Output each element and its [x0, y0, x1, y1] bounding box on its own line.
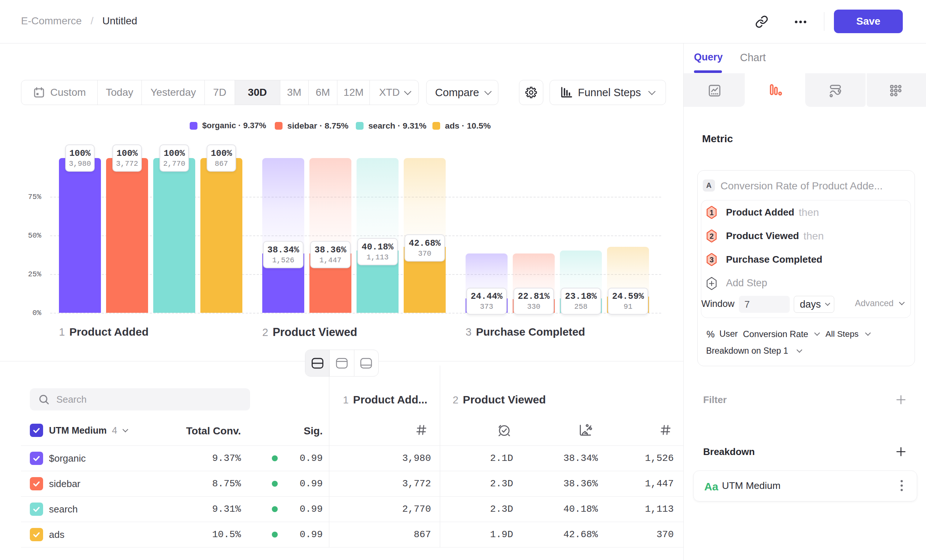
svg-text:1: 1 — [710, 209, 713, 216]
svg-text:2: 2 — [710, 232, 713, 240]
svg-text:3: 3 — [710, 256, 713, 264]
